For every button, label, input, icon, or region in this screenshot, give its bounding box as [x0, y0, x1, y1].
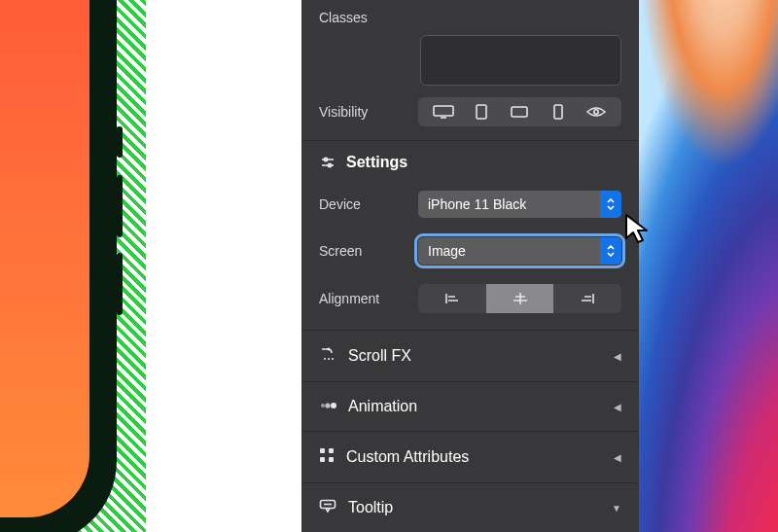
phone-mute-switch	[117, 126, 123, 158]
alignment-label: Alignment	[319, 291, 418, 306]
device-preview-column: 274 gs 12 al	[0, 0, 146, 532]
device-select-value: iPhone 11 Black	[428, 196, 526, 212]
desktop-wallpaper	[639, 0, 778, 532]
svg-point-17	[328, 164, 331, 167]
animation-icon	[319, 398, 336, 415]
settings-section-header[interactable]: Settings	[301, 140, 639, 181]
svg-rect-31	[329, 448, 334, 453]
device-label: Device	[319, 196, 418, 212]
svg-point-29	[331, 403, 336, 408]
chevron-left-icon: ◀	[614, 452, 621, 463]
device-select[interactable]: iPhone 11 Black	[418, 191, 621, 218]
visibility-label: Visibility	[319, 104, 418, 120]
svg-point-13	[594, 109, 598, 113]
animation-title: Animation	[348, 398, 417, 415]
screen-select[interactable]: Image	[418, 237, 621, 265]
align-left-button[interactable]	[418, 284, 486, 313]
phone-volume-up	[117, 175, 123, 237]
tooltip-title: Tooltip	[348, 499, 393, 516]
svg-rect-10	[477, 105, 486, 119]
svg-rect-33	[329, 457, 334, 462]
phone-screen: 274 gs 12 al	[0, 0, 89, 517]
custom-attributes-icon	[319, 447, 335, 467]
animation-section-header[interactable]: Animation ◀	[301, 381, 639, 431]
custom-attributes-title: Custom Attributes	[346, 448, 469, 466]
canvas-gap	[146, 0, 301, 532]
align-right-button[interactable]	[553, 284, 621, 313]
classes-label: Classes	[319, 10, 418, 25]
settings-title: Settings	[346, 154, 407, 171]
svg-rect-11	[512, 107, 527, 117]
select-stepper-icon	[600, 237, 621, 265]
svg-point-28	[325, 403, 330, 408]
visibility-tablet-portrait-icon[interactable]	[469, 102, 494, 122]
visibility-phone-icon[interactable]	[546, 102, 571, 122]
scrollfx-title: Scroll FX	[348, 347, 411, 365]
chevron-left-icon: ◀	[614, 402, 621, 412]
align-center-button[interactable]	[486, 284, 554, 313]
phone-frame: 274 gs 12 al	[0, 0, 117, 532]
chevron-left-icon: ◀	[614, 351, 621, 362]
svg-point-27	[321, 404, 325, 408]
sliders-icon	[319, 154, 336, 171]
tooltip-icon	[319, 499, 336, 516]
svg-rect-30	[320, 448, 325, 453]
chevron-down-icon: ▼	[612, 503, 621, 514]
scrollfx-icon	[319, 346, 336, 366]
custom-attributes-section-header[interactable]: Custom Attributes ◀	[301, 431, 639, 482]
tooltip-section-header[interactable]: Tooltip ▼	[301, 482, 639, 532]
inspector-panel: Classes Visibility Settings Device iPhon…	[301, 0, 639, 532]
screen-select-value: Image	[428, 243, 466, 259]
select-stepper-icon	[600, 191, 621, 218]
visibility-tablet-landscape-icon[interactable]	[507, 102, 532, 122]
svg-point-16	[324, 159, 327, 161]
classes-input[interactable]	[420, 35, 621, 86]
svg-rect-12	[554, 105, 562, 119]
visibility-toggle-group	[418, 97, 621, 126]
svg-rect-8	[434, 106, 453, 116]
svg-rect-32	[320, 457, 325, 462]
scrollfx-section-header[interactable]: Scroll FX ◀	[301, 330, 639, 381]
alignment-segmented	[418, 284, 621, 313]
visibility-eye-icon[interactable]	[584, 102, 609, 122]
phone-volume-down	[117, 253, 123, 315]
screen-label: Screen	[319, 243, 418, 259]
visibility-desktop-icon[interactable]	[431, 102, 456, 122]
